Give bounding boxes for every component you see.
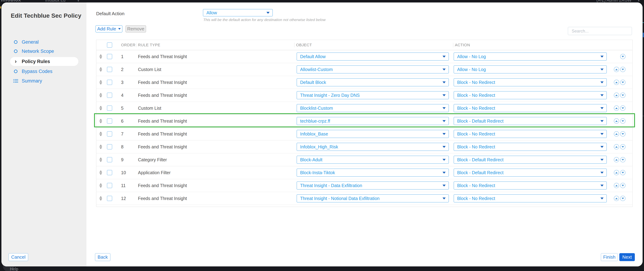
object-select[interactable]: techblue-crpz.ff: [296, 117, 449, 125]
caret-down-icon: [442, 120, 446, 122]
move-up-button[interactable]: [614, 157, 619, 162]
sidebar-item-summary[interactable]: Summary: [10, 77, 78, 85]
move-down-button[interactable]: [620, 54, 626, 59]
row-order: 7: [121, 128, 124, 140]
move-up-button[interactable]: [614, 80, 619, 85]
drag-handle-icon[interactable]: [98, 67, 104, 72]
move-down-button[interactable]: [620, 157, 626, 162]
move-down-button[interactable]: [620, 170, 626, 175]
object-select[interactable]: Threat Insight - Notional Data Exfiltrat…: [296, 194, 449, 202]
default-action-select[interactable]: Allow: [203, 9, 273, 17]
caret-down-icon: [442, 159, 446, 161]
object-select[interactable]: Block-Insta-Tiktok: [296, 169, 449, 177]
drag-handle-icon[interactable]: [98, 170, 104, 175]
finish-button[interactable]: Finish: [601, 253, 618, 261]
move-down-button[interactable]: [620, 183, 626, 188]
object-select[interactable]: Infoblox_High_Risk: [296, 143, 449, 151]
action-select[interactable]: Block - Default Redirect: [454, 117, 607, 125]
move-up-button[interactable]: [614, 144, 619, 149]
sidebar-item-general[interactable]: General: [10, 38, 78, 46]
default-action-label: Default Action: [96, 11, 124, 17]
action-select[interactable]: Block - No Redirect: [454, 181, 607, 190]
move-down-button[interactable]: [620, 80, 626, 85]
row-checkbox[interactable]: [107, 67, 112, 72]
drag-handle-icon[interactable]: [98, 196, 104, 201]
cancel-button[interactable]: Cancel: [8, 253, 28, 261]
action-select[interactable]: Allow - No Log: [454, 65, 607, 74]
move-up-button[interactable]: [614, 105, 619, 111]
action-select[interactable]: Block - No Redirect: [454, 104, 607, 112]
move-down-button[interactable]: [620, 144, 626, 149]
sidebar-item-policy-rules[interactable]: › Policy Rules: [10, 57, 78, 66]
object-select[interactable]: Default Allow: [296, 53, 449, 61]
drag-handle-icon[interactable]: [98, 105, 104, 111]
row-checkbox[interactable]: [107, 118, 112, 124]
row-checkbox[interactable]: [107, 183, 112, 188]
object-select[interactable]: Allowlist-Custom: [296, 65, 449, 74]
row-checkbox[interactable]: [107, 144, 112, 149]
object-select[interactable]: Default Block: [296, 78, 449, 86]
object-select[interactable]: Blocklist-Custom: [296, 104, 449, 112]
move-up-button[interactable]: [614, 170, 619, 175]
object-select[interactable]: Threat Insight - Data Exfiltration: [296, 181, 449, 190]
row-checkbox[interactable]: [107, 131, 112, 137]
row-checkbox[interactable]: [107, 93, 112, 98]
table-rows: 1 Feeds and Threat Insight Default Allow…: [96, 50, 632, 207]
move-up-button[interactable]: [614, 67, 619, 72]
next-button[interactable]: Next: [619, 253, 635, 261]
row-checkbox[interactable]: [107, 170, 112, 175]
move-up-button[interactable]: [614, 93, 619, 98]
back-button[interactable]: Back: [95, 253, 110, 261]
action-select[interactable]: Block - No Redirect: [454, 78, 607, 86]
drag-handle-icon[interactable]: [98, 80, 104, 85]
action-select[interactable]: Block - No Redirect: [454, 130, 607, 138]
action-select[interactable]: Block - Default Redirect: [454, 156, 607, 164]
move-down-button[interactable]: [620, 196, 626, 201]
action-select[interactable]: Block - No Redirect: [454, 143, 607, 151]
drag-handle-icon[interactable]: [98, 131, 104, 137]
move-up-button[interactable]: [614, 118, 619, 124]
object-select[interactable]: Threat Insight - Zero Day DNS: [296, 91, 449, 99]
row-order: 4: [121, 89, 124, 102]
row-checkbox[interactable]: [107, 80, 112, 85]
row-rule-type: Feeds and Threat Insight: [138, 50, 187, 63]
action-select[interactable]: Block - Default Redirect: [454, 169, 607, 177]
action-select-value: Allow - No Log: [457, 54, 486, 59]
row-checkbox[interactable]: [107, 54, 112, 59]
move-down-button[interactable]: [620, 131, 626, 137]
drag-handle-icon[interactable]: [98, 183, 104, 188]
move-up-button[interactable]: [614, 196, 619, 201]
remove-button[interactable]: Remove: [126, 25, 146, 33]
object-select[interactable]: Block-Adult: [296, 156, 449, 164]
move-down-button[interactable]: [620, 67, 626, 72]
move-up-button[interactable]: [614, 183, 619, 188]
action-select-value: Allow - No Log: [457, 67, 486, 72]
row-checkbox[interactable]: [107, 157, 112, 162]
sidebar-item-network-scope[interactable]: Network Scope: [10, 47, 78, 55]
sidebar-item-bypass-codes[interactable]: Bypass Codes: [10, 68, 78, 75]
select-all-checkbox[interactable]: [107, 42, 112, 48]
action-select[interactable]: Block - No Redirect: [454, 91, 607, 99]
object-select[interactable]: Infoblox_Base: [296, 130, 449, 138]
drag-handle-icon[interactable]: [98, 118, 104, 124]
row-checkbox[interactable]: [107, 105, 112, 111]
backdrop-fragment: [642, 22, 644, 23]
move-down-button[interactable]: [620, 118, 626, 124]
table-row: 9 Category Filter Block-Adult Block - De…: [96, 153, 632, 166]
action-select-value: Block - No Redirect: [457, 196, 495, 201]
caret-down-icon: [266, 12, 270, 14]
drag-handle-icon[interactable]: [98, 93, 104, 98]
search-input[interactable]: [568, 27, 632, 35]
drag-handle-icon[interactable]: [98, 54, 104, 59]
row-checkbox[interactable]: [107, 196, 112, 201]
add-rule-button[interactable]: Add Rule: [96, 25, 122, 33]
move-down-button[interactable]: [620, 93, 626, 98]
move-up-button[interactable]: [614, 131, 619, 137]
caret-down-icon: [442, 107, 446, 109]
move-down-button[interactable]: [620, 105, 626, 111]
drag-handle-icon[interactable]: [98, 157, 104, 162]
action-select[interactable]: Allow - No Log: [454, 53, 607, 61]
drag-handle-icon[interactable]: [98, 144, 104, 149]
action-select[interactable]: Block - No Redirect: [454, 194, 607, 202]
action-select-value: Block - No Redirect: [457, 131, 495, 137]
